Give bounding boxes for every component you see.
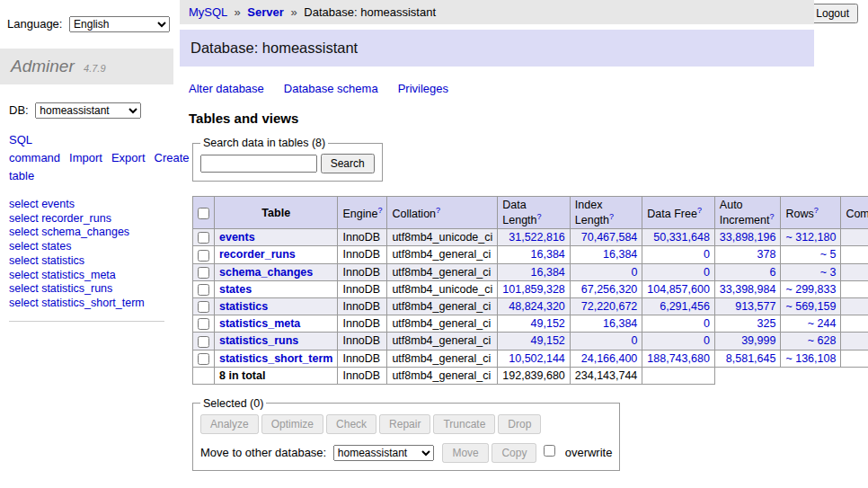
- search-input[interactable]: [200, 155, 317, 173]
- index-length-link[interactable]: 70,467,584: [581, 231, 638, 244]
- rows-count-link[interactable]: ~ 244: [808, 317, 837, 330]
- selected-action-button[interactable]: Analyze: [200, 414, 259, 434]
- data-length-link[interactable]: 49,152: [531, 334, 565, 347]
- table-name-link[interactable]: states: [219, 283, 252, 296]
- table-name-link[interactable]: schema_changes: [219, 266, 313, 279]
- sidebar-select-table-link[interactable]: select statistics_runs: [9, 282, 164, 297]
- search-button[interactable]: Search: [321, 154, 375, 173]
- breadcrumb-server-link[interactable]: Server: [247, 5, 283, 19]
- database-nav-link[interactable]: Privileges: [398, 82, 448, 95]
- row-checkbox-cell: [193, 280, 215, 297]
- auto-increment-link[interactable]: 8,581,645: [726, 352, 776, 365]
- row-checkbox[interactable]: [198, 301, 209, 313]
- data-length-link[interactable]: 10,502,144: [509, 352, 565, 365]
- data-length-link[interactable]: 16,384: [531, 266, 565, 279]
- data-length-link[interactable]: 16,384: [531, 248, 565, 261]
- index-length-help-link[interactable]: ?: [609, 212, 614, 221]
- sidebar-action-link[interactable]: Export: [111, 151, 146, 164]
- data-free-cell: 0: [642, 315, 715, 333]
- index-length-link[interactable]: 0: [631, 334, 637, 347]
- row-checkbox[interactable]: [198, 318, 209, 330]
- auto-increment-link[interactable]: 39,999: [741, 334, 775, 347]
- row-checkbox[interactable]: [198, 232, 209, 244]
- data-free-help-link[interactable]: ?: [697, 206, 702, 215]
- row-checkbox[interactable]: [198, 250, 209, 262]
- index-length-link[interactable]: 16,384: [603, 248, 637, 261]
- rows-count-link[interactable]: ~ 3: [820, 266, 837, 279]
- rows-count-link[interactable]: ~ 299,833: [785, 283, 836, 296]
- db-select[interactable]: homeassistant: [35, 102, 141, 119]
- sidebar-select-table-link[interactable]: select schema_changes: [9, 226, 164, 240]
- data-free-link[interactable]: 188,743,680: [647, 352, 710, 365]
- overwrite-label[interactable]: overwrite: [565, 446, 613, 459]
- table-name-link[interactable]: statistics: [219, 300, 268, 313]
- index-length-link[interactable]: 67,256,320: [581, 283, 638, 296]
- sidebar-select-table-link[interactable]: select statistics_meta: [9, 268, 164, 282]
- row-checkbox[interactable]: [198, 284, 209, 296]
- sidebar-select-table-link[interactable]: select states: [9, 240, 164, 254]
- selected-action-button[interactable]: Drop: [498, 414, 541, 434]
- collation-cell: utf8mb4_general_ci: [387, 263, 498, 280]
- table-name-link[interactable]: events: [219, 231, 255, 244]
- auto-increment-link[interactable]: 6: [769, 266, 775, 279]
- rows-help-link[interactable]: ?: [814, 206, 819, 215]
- auto-increment-link[interactable]: 33,398,984: [720, 283, 776, 296]
- data-length-link[interactable]: 101,859,328: [502, 283, 565, 296]
- sidebar-action-link[interactable]: Import: [69, 151, 102, 164]
- copy-button[interactable]: Copy: [492, 443, 536, 463]
- selected-action-button[interactable]: Check: [326, 414, 376, 434]
- sidebar-select-table-link[interactable]: select events: [9, 197, 164, 211]
- rows-count-link[interactable]: ~ 5: [820, 248, 837, 261]
- row-checkbox[interactable]: [198, 336, 209, 348]
- selected-action-button[interactable]: Repair: [379, 414, 430, 434]
- data-free-link[interactable]: 6,291,456: [660, 300, 710, 313]
- collation-help-link[interactable]: ?: [436, 206, 440, 215]
- language-select[interactable]: English: [69, 16, 170, 32]
- table-name-link[interactable]: statistics_runs: [219, 334, 298, 347]
- data-length-help-link[interactable]: ?: [537, 212, 542, 221]
- database-nav-link[interactable]: Database schema: [284, 82, 378, 95]
- data-free-link[interactable]: 0: [704, 248, 710, 261]
- rows-count-link[interactable]: ~ 312,180: [785, 231, 836, 244]
- data-free-link[interactable]: 104,857,600: [647, 283, 710, 296]
- breadcrumb-mysql-link[interactable]: MySQL: [189, 5, 227, 19]
- selected-action-button[interactable]: Truncate: [433, 414, 495, 434]
- index-length-link[interactable]: 16,384: [603, 317, 637, 330]
- auto-increment-link[interactable]: 378: [757, 248, 776, 261]
- engine-help-link[interactable]: ?: [377, 206, 382, 215]
- sidebar-select-table-link[interactable]: select statistics: [9, 253, 164, 268]
- data-free-link[interactable]: 0: [704, 266, 710, 279]
- auto-increment-link[interactable]: 325: [757, 317, 776, 330]
- collation-cell: utf8mb4_general_ci: [387, 315, 498, 333]
- table-name-link[interactable]: recorder_runs: [219, 248, 296, 261]
- rows-count-link[interactable]: ~ 136,108: [785, 352, 836, 365]
- select-all-checkbox[interactable]: [198, 208, 209, 219]
- data-free-link[interactable]: 0: [704, 334, 710, 347]
- comment-cell: [841, 246, 868, 263]
- sidebar-select-table-link[interactable]: select statistics_short_term: [9, 297, 164, 311]
- auto-increment-link[interactable]: 913,577: [735, 300, 775, 313]
- table-name-link[interactable]: statistics_meta: [219, 317, 300, 330]
- overwrite-checkbox[interactable]: [544, 445, 555, 457]
- data-length-link[interactable]: 31,522,816: [509, 231, 565, 244]
- data-free-link[interactable]: 50,331,648: [653, 231, 710, 244]
- index-length-link[interactable]: 0: [631, 266, 637, 279]
- selected-action-button[interactable]: Optimize: [261, 414, 323, 434]
- row-checkbox[interactable]: [198, 353, 209, 365]
- data-free-link[interactable]: 0: [704, 317, 710, 330]
- move-db-select[interactable]: homeassistant: [333, 445, 434, 461]
- rows-count-link[interactable]: ~ 628: [808, 334, 837, 347]
- move-button[interactable]: Move: [442, 443, 488, 463]
- sidebar-action-link[interactable]: SQL command: [9, 133, 60, 164]
- index-length-link[interactable]: 72,220,672: [581, 300, 638, 313]
- auto-increment-link[interactable]: 33,898,196: [720, 231, 776, 244]
- rows-count-link[interactable]: ~ 569,159: [785, 300, 836, 313]
- auto-increment-help-link[interactable]: ?: [769, 212, 774, 221]
- table-name-link[interactable]: statistics_short_term: [219, 352, 332, 365]
- database-nav-link[interactable]: Alter database: [189, 82, 264, 95]
- row-checkbox[interactable]: [198, 267, 209, 279]
- data-length-link[interactable]: 48,824,320: [509, 300, 565, 313]
- index-length-link[interactable]: 24,166,400: [581, 352, 638, 365]
- data-length-link[interactable]: 49,152: [531, 317, 565, 330]
- sidebar-select-table-link[interactable]: select recorder_runs: [9, 211, 164, 226]
